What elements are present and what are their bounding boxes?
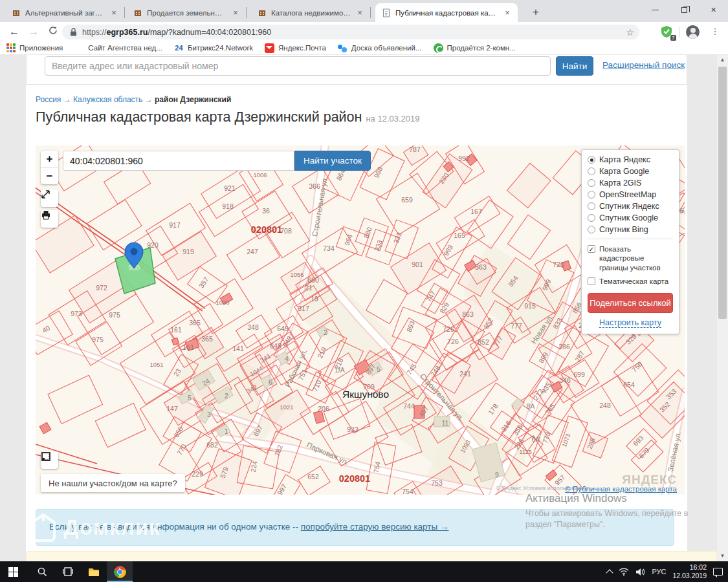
toolbar-separator <box>679 27 680 37</box>
zoom-out-button[interactable]: − <box>41 167 58 184</box>
bookmark-1[interactable]: Приложения <box>6 43 63 52</box>
restore-button[interactable] <box>670 0 699 19</box>
back-button[interactable]: ← <box>6 24 22 39</box>
parcel-label: 863 <box>462 310 474 318</box>
configure-map-link[interactable]: Настроить карту <box>588 318 673 327</box>
basemap-radio-4[interactable]: OpenStreetMap <box>588 190 673 199</box>
tab-2[interactable]: Продается земельный участок,× <box>127 3 246 22</box>
quadrant-label: 020801 <box>339 473 370 484</box>
search-icon <box>63 151 71 158</box>
page-title: Публичная кадастровая карта Дзержинский … <box>36 109 420 125</box>
parcel-label: 248 <box>599 402 611 409</box>
scroll-up-arrow[interactable]: ▲ <box>717 55 728 65</box>
windows-logo-icon <box>8 567 18 577</box>
tab-close-icon[interactable]: × <box>502 8 513 17</box>
volume-icon[interactable] <box>635 568 645 576</box>
bookmark-label: Сайт Агентства нед... <box>88 44 162 52</box>
profile-avatar[interactable] <box>686 25 700 39</box>
start-button[interactable] <box>0 561 26 582</box>
radio-icon <box>588 202 595 210</box>
warning-bar <box>26 551 717 561</box>
tab-3[interactable]: Каталога недвижимости - Сайт× <box>251 3 370 22</box>
minimize-button[interactable] <box>641 0 670 19</box>
basemap-radio-1[interactable]: Карта Яндекс <box>588 155 673 164</box>
new-tab-button[interactable]: + <box>528 5 544 21</box>
basemap-radio-5[interactable]: Спутник Яндекс <box>588 202 673 211</box>
lock-icon <box>70 28 77 36</box>
bookmark-2[interactable]: Сайт Агентства нед... <box>74 43 162 53</box>
tab-4[interactable]: Публичная кадастровая карта Д× <box>375 3 518 22</box>
panel-divider <box>588 239 673 239</box>
overlay-checkbox-2[interactable]: Тематическая карта <box>588 277 673 286</box>
bookmark-3[interactable]: 24Битрикс24.Network <box>174 43 253 53</box>
tab-close-icon[interactable]: × <box>109 8 119 17</box>
file-explorer-button[interactable] <box>81 561 107 582</box>
scrollbar-thumb[interactable] <box>718 67 727 319</box>
clock[interactable]: 16:02 12.03.2019 <box>672 563 707 580</box>
bookmark-4[interactable]: Яндекс.Почта <box>265 43 326 53</box>
share-link-button[interactable]: Поделиться ссылкой <box>588 293 673 313</box>
parcel-label: 734 <box>323 244 335 252</box>
zoom-in-button[interactable]: + <box>41 151 58 167</box>
breadcrumb-russia[interactable]: Россия <box>36 95 61 104</box>
chrome-taskbar-button[interactable] <box>107 561 133 582</box>
tab-1[interactable]: Альтернативный заголовок× <box>5 3 124 22</box>
basemap-radio-6[interactable]: Спутник Google <box>588 213 673 222</box>
not-found-button[interactable]: Не нашли участок/дом на карте? <box>41 474 185 492</box>
reload-icon <box>49 26 58 35</box>
language-indicator[interactable]: РУС <box>652 568 666 576</box>
scroll-down-arrow[interactable]: ▼ <box>717 551 728 561</box>
basemap-radio-3[interactable]: Карта 2GIS <box>588 178 673 188</box>
tab-close-icon[interactable]: × <box>355 8 365 17</box>
tray-chevron-icon[interactable] <box>606 569 613 576</box>
restore-icon <box>681 7 687 13</box>
action-center-icon[interactable] <box>713 568 723 576</box>
page-title-date: на 12.03.2019 <box>366 114 419 124</box>
checkbox-icon <box>588 277 595 285</box>
parcel-label: 754 <box>402 488 414 495</box>
advanced-search-link[interactable]: Расширенный поиск <box>602 60 685 70</box>
breadcrumb-region[interactable]: Калужская область <box>73 95 142 104</box>
parcel-label: 777 <box>511 322 522 330</box>
taskbar-search-button[interactable] <box>29 561 55 582</box>
parcel-label: 165 <box>454 232 465 239</box>
bookmark-star-icon[interactable]: ☆ <box>626 27 634 38</box>
bookmark-5[interactable]: Доска объявлений... <box>338 43 422 53</box>
url-bar[interactable]: https://egrp365.ru/map/?kadnum=40:04:020… <box>62 25 639 39</box>
kadnum-input[interactable] <box>63 151 294 171</box>
tab-close-icon[interactable]: × <box>230 8 241 17</box>
parcel-label: 648 <box>270 342 281 350</box>
page-scrollbar[interactable]: ▲ ▼ <box>717 55 728 561</box>
parcel-label: 720 <box>553 261 564 268</box>
cadastral-map[interactable]: 9607879923761006366864998230921918917366… <box>36 146 685 495</box>
task-view-button[interactable] <box>55 561 81 582</box>
parcel-label: 1030 <box>215 299 229 306</box>
measure-button[interactable] <box>41 451 58 469</box>
overlay-checkbox-1[interactable]: ✓Показать кадастровые границы участков <box>588 244 673 272</box>
basemap-radio-7[interactable]: Спутник Bing <box>588 225 673 234</box>
parcel-label: 973 <box>71 310 82 318</box>
dots-icon <box>338 43 347 53</box>
radio-label: Спутник Bing <box>599 225 648 234</box>
ruler-icon <box>41 451 51 462</box>
address-search-input[interactable] <box>45 56 551 76</box>
extension-icon[interactable]: 7 <box>660 25 674 39</box>
parcel-label: 1 <box>225 427 228 435</box>
reload-button[interactable] <box>45 24 61 39</box>
parcel-label: 1021 <box>280 404 293 411</box>
find-button[interactable]: Найти <box>556 56 593 76</box>
parcel-label: 915 <box>524 302 536 310</box>
wifi-icon[interactable] <box>619 568 629 576</box>
fullscreen-button[interactable] <box>41 189 58 207</box>
forward-button[interactable]: → <box>26 24 41 39</box>
bookmark-6[interactable]: Продаётся 2-комн... <box>434 43 516 53</box>
browser-menu-button[interactable]: ⋮ <box>709 24 722 39</box>
radio-icon <box>588 226 595 233</box>
extension-badge: 7 <box>670 35 676 41</box>
print-button[interactable] <box>41 210 58 228</box>
basemap-radio-2[interactable]: Карта Google <box>588 167 673 176</box>
attribution-link[interactable]: © Публичная кадастровая карта <box>565 485 677 493</box>
find-parcel-button[interactable]: Найти участок <box>294 151 371 171</box>
close-button[interactable]: × <box>699 0 728 19</box>
old-map-link[interactable]: попробуйте старую версию карты → <box>301 522 449 532</box>
